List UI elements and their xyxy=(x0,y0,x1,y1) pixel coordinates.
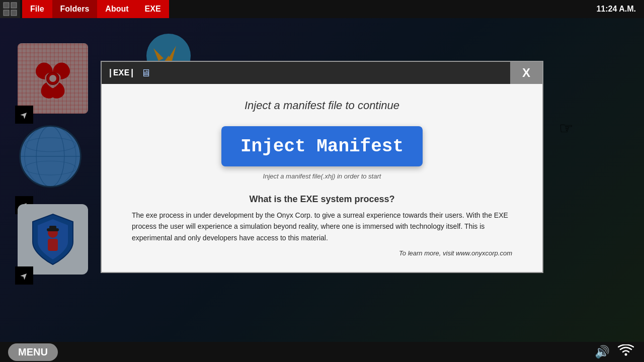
desktop: ➤ ➤ xyxy=(0,18,644,342)
modal-close-button[interactable]: X xyxy=(510,62,542,84)
menu-file[interactable]: File xyxy=(22,0,52,18)
svg-rect-2 xyxy=(4,10,9,16)
inject-manifest-modal: |EXE| 🖥 X Inject a manifest file to cont… xyxy=(101,61,543,273)
menu-about[interactable]: About xyxy=(97,0,136,18)
svg-rect-1 xyxy=(11,3,17,8)
modal-titlebar: |EXE| 🖥 X xyxy=(102,62,542,84)
system-time: 11:24 A.M. xyxy=(596,5,636,14)
modal-body: Inject a manifest file to continue Injec… xyxy=(102,84,542,272)
inject-hint-text: Inject a manifest file(.xhj) in order to… xyxy=(122,172,522,180)
info-link: To learn more, visit www.onyxcorp.com xyxy=(132,249,512,257)
svg-point-18 xyxy=(625,353,627,356)
info-title: What is the EXE system process? xyxy=(132,194,512,205)
info-body: The exe process in under development by … xyxy=(132,210,512,243)
svg-rect-0 xyxy=(4,3,9,8)
wifi-icon xyxy=(618,344,634,359)
speaker-icon: 🔊 xyxy=(595,345,610,359)
bottom-taskbar: MENU 🔊 xyxy=(0,342,644,362)
menu-exe[interactable]: EXE xyxy=(137,0,169,18)
modal-subtitle: Inject a manifest file to continue xyxy=(122,99,522,112)
cursor-pointer: ☞ xyxy=(559,119,574,138)
menu-button[interactable]: MENU xyxy=(8,343,58,361)
modal-title: |EXE| xyxy=(108,68,135,78)
app-logo xyxy=(0,0,20,18)
info-section: What is the EXE system process? The exe … xyxy=(122,194,522,257)
menu-folders[interactable]: Folders xyxy=(52,0,98,18)
modal-overlay: |EXE| 🖥 X Inject a manifest file to cont… xyxy=(0,18,644,342)
menubar: File Folders About EXE 11:24 A.M. xyxy=(0,0,644,18)
bottom-right-icons: 🔊 xyxy=(595,344,634,359)
inject-manifest-button[interactable]: Inject Manifest xyxy=(221,126,423,166)
svg-rect-3 xyxy=(11,10,17,16)
monitor-icon: 🖥 xyxy=(141,67,151,79)
